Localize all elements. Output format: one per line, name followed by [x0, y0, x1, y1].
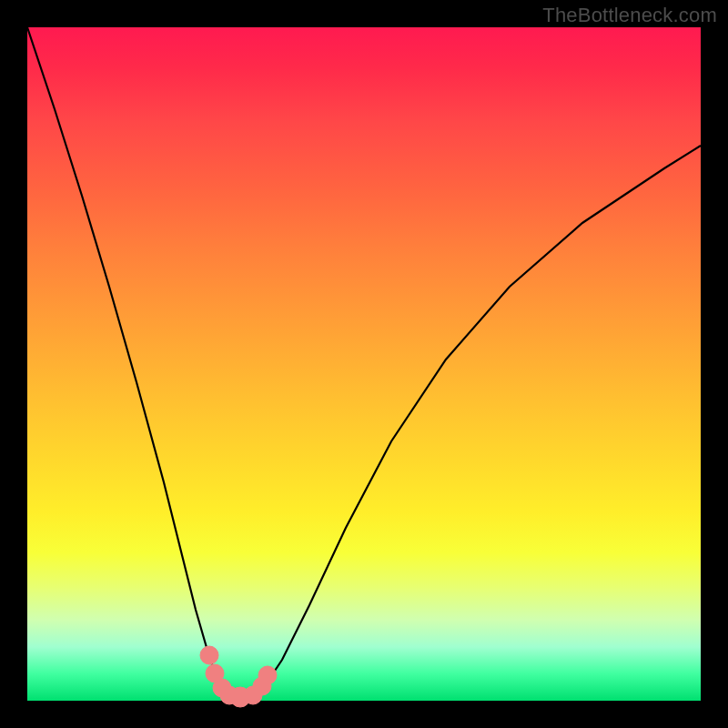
watermark-text: TheBottleneck.com	[542, 4, 717, 27]
bottleneck-curve-path	[27, 27, 701, 696]
bottleneck-chart	[27, 27, 701, 701]
curve-marker	[258, 666, 277, 684]
curve-marker	[200, 646, 218, 664]
marker-group	[200, 646, 277, 707]
